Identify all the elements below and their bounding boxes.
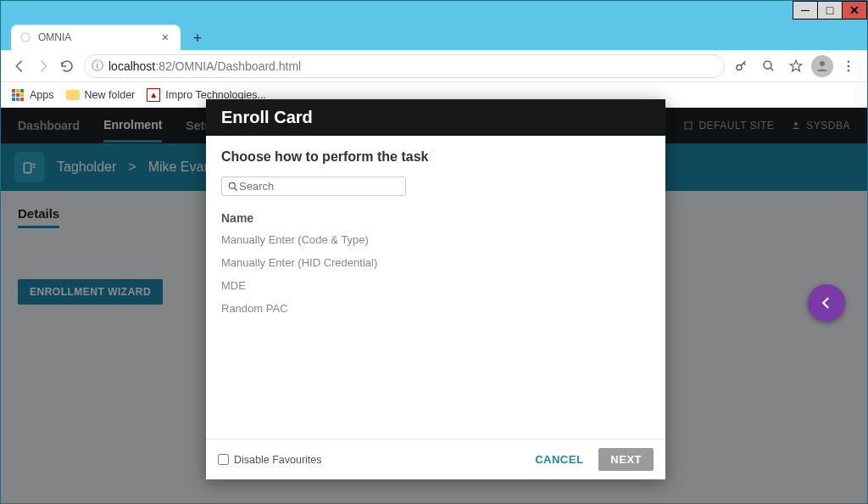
list-item[interactable]: Manually Enter (HID Credential) — [221, 256, 650, 269]
next-button[interactable]: NEXT — [598, 448, 654, 471]
search-input[interactable] — [239, 180, 400, 193]
site-info-icon[interactable]: ⓘ — [92, 59, 103, 74]
svg-point-4 — [848, 60, 850, 63]
window-maximize-button[interactable]: □ — [817, 1, 843, 20]
reload-button[interactable] — [55, 54, 79, 78]
list-item[interactable]: Random PAC — [221, 302, 650, 315]
disable-favourites-label: Disable Favourites — [234, 454, 322, 466]
apps-label: Apps — [30, 89, 54, 101]
cancel-button[interactable]: CANCEL — [526, 448, 592, 471]
window-titlebar: ─ □ ✕ — [1, 1, 867, 23]
new-tab-button[interactable]: + — [186, 26, 209, 50]
browser-tabstrip: OMNIA × + — [1, 23, 867, 50]
apps-grid-icon — [11, 88, 25, 102]
tab-close-icon[interactable]: × — [159, 31, 172, 44]
enroll-card-modal: Enroll Card Choose how to perform the ta… — [206, 99, 665, 479]
svg-point-5 — [848, 64, 850, 67]
svg-point-1 — [737, 64, 742, 70]
impro-icon: ▲ — [147, 88, 160, 102]
modal-subtitle: Choose how to perform the task — [221, 149, 650, 165]
svg-point-6 — [848, 69, 850, 71]
menu-dots-icon[interactable] — [837, 54, 860, 78]
browser-address-bar: ⓘ localhost:82/OMNIA/Dashboard.html — [1, 50, 867, 82]
window-minimize-button[interactable]: ─ — [793, 1, 818, 20]
disable-favourites-checkbox[interactable] — [218, 454, 229, 465]
folder-icon — [66, 88, 80, 102]
folder-label: New folder — [85, 89, 136, 101]
modal-title: Enroll Card — [206, 99, 665, 136]
apps-shortcut[interactable]: Apps — [11, 88, 54, 102]
modal-footer: Disable Favourites CANCEL NEXT — [206, 439, 665, 479]
svg-point-3 — [820, 61, 825, 66]
url-field[interactable]: ⓘ localhost:82/OMNIA/Dashboard.html — [84, 54, 725, 78]
forward-button[interactable] — [31, 54, 55, 78]
list-item[interactable]: MDE — [221, 279, 650, 292]
key-icon[interactable] — [730, 54, 754, 78]
tab-favicon — [19, 31, 31, 43]
fab-back-button[interactable] — [808, 284, 845, 322]
search-icon — [227, 181, 239, 193]
task-list: Manually Enter (Code & Type) Manually En… — [221, 233, 650, 315]
tab-title: OMNIA — [38, 31, 159, 43]
list-header-name: Name — [221, 211, 650, 225]
bookmark-star-icon[interactable] — [784, 54, 808, 78]
list-item[interactable]: Manually Enter (Code & Type) — [221, 233, 650, 246]
address-right-icons — [730, 54, 860, 78]
disable-favourites-toggle[interactable]: Disable Favourites — [218, 454, 322, 466]
zoom-icon[interactable] — [757, 54, 781, 78]
modal-body: Choose how to perform the task Name Manu… — [206, 136, 665, 439]
bookmark-folder[interactable]: New folder — [66, 88, 136, 102]
window-close-button[interactable]: ✕ — [842, 1, 867, 20]
url-host: localhost — [108, 59, 155, 73]
svg-point-2 — [764, 61, 771, 69]
search-field-wrap[interactable] — [221, 176, 406, 196]
browser-window: ─ □ ✕ OMNIA × + ⓘ localhost:82/OMNIA/Das… — [0, 0, 868, 504]
svg-point-10 — [229, 182, 235, 188]
profile-avatar-icon[interactable] — [811, 55, 833, 77]
svg-point-0 — [21, 33, 30, 42]
browser-tab[interactable]: OMNIA × — [11, 25, 181, 50]
back-button[interactable] — [8, 54, 31, 78]
url-path: :82/OMNIA/Dashboard.html — [155, 59, 301, 73]
